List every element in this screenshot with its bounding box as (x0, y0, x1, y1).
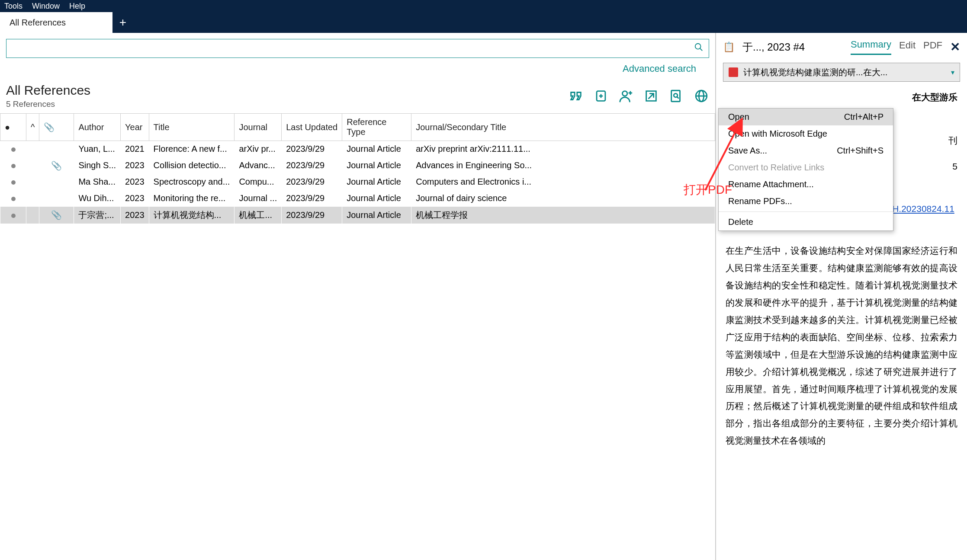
cell-journal: 机械工... (235, 207, 282, 224)
ctx-delete-label: Delete (728, 217, 753, 227)
references-table: ● ^ 📎 Author Year Title Journal Last Upd… (0, 113, 715, 224)
col-attachment[interactable]: 📎 (39, 114, 74, 141)
cell-title: Spectroscopy and... (149, 174, 235, 190)
cell-sort (26, 190, 39, 207)
cell-updated: 2023/9/29 (282, 141, 342, 157)
col-journal-secondary[interactable]: Journal/Secondary Title (411, 114, 715, 141)
cell-updated: 2023/9/29 (282, 174, 342, 190)
pdf-icon (729, 67, 738, 77)
clipboard-icon[interactable]: 📋 (723, 42, 735, 53)
ctx-rename-att-label: Rename Attachment... (728, 179, 814, 189)
cell-title: Florence: A new f... (149, 141, 235, 157)
ctx-rename-pdfs[interactable]: Rename PDFs... (719, 193, 893, 210)
cite-icon[interactable] (568, 88, 584, 104)
menu-bar: Tools Window Help (0, 0, 967, 12)
ctx-save-as-label: Save As... (728, 146, 767, 156)
cell-jst: arXiv preprint arXiv:2111.11... (411, 141, 715, 157)
detail-header-title: 于..., 2023 #4 (742, 40, 843, 54)
cell-journal: Advanc... (235, 157, 282, 174)
cell-title: Monitoring the re... (149, 190, 235, 207)
search-input[interactable] (12, 44, 694, 53)
cell-year: 2023 (121, 157, 149, 174)
ctx-save-as[interactable]: Save As... Ctrl+Shift+S (719, 142, 893, 159)
cell-jst: Journal of dairy science (411, 190, 715, 207)
col-title[interactable]: Title (149, 114, 235, 141)
cell-sort (26, 157, 39, 174)
cell-year: 2023 (121, 190, 149, 207)
table-row[interactable]: Ma Sha...2023Spectroscopy and...Compu...… (0, 174, 715, 190)
share-icon[interactable] (643, 88, 659, 104)
chevron-down-icon: ▾ (951, 68, 954, 77)
ctx-convert-label: Convert to Relative Links (728, 163, 824, 173)
pdf-attachment-dropdown[interactable]: 计算机视觉结构健康监测的研...在大... ▾ (723, 63, 960, 82)
cell-sort (26, 207, 39, 224)
ctx-delete[interactable]: Delete (719, 214, 893, 230)
table-row[interactable]: Yuan, L...2021Florence: A new f...arXiv … (0, 141, 715, 157)
cell-reftype: Journal Article (342, 207, 411, 224)
cell-attachment (39, 174, 74, 190)
col-reftype[interactable]: Reference Type (342, 114, 411, 141)
menu-tools[interactable]: Tools (4, 2, 22, 11)
cell-jst: Advances in Engineering So... (411, 157, 715, 174)
close-icon[interactable]: ✕ (950, 40, 960, 54)
menu-help[interactable]: Help (69, 2, 85, 11)
tab-summary[interactable]: Summary (851, 39, 891, 55)
read-dot (0, 157, 26, 174)
col-year[interactable]: Year (121, 114, 149, 141)
cell-author: Ma Sha... (74, 174, 121, 190)
search-box[interactable] (6, 39, 709, 58)
cell-jst: Computers and Electronics i... (411, 174, 715, 190)
col-author[interactable]: Author (74, 114, 121, 141)
tab-edit[interactable]: Edit (899, 40, 916, 54)
detail-abstract: 在生产生活中，设备设施结构安全对保障国家经济运行和人民日常生活至关重要。结构健康… (726, 242, 957, 449)
cell-reftype: Journal Article (342, 157, 411, 174)
tab-row: All References + (0, 12, 967, 33)
find-fulltext-icon[interactable] (668, 88, 684, 104)
cell-updated: 2023/9/29 (282, 207, 342, 224)
plus-icon: + (119, 16, 126, 29)
cell-journal: Journal ... (235, 190, 282, 207)
cell-author: Wu Dih... (74, 190, 121, 207)
cell-author: 于宗营;... (74, 207, 121, 224)
cell-sort (26, 141, 39, 157)
cell-year: 2023 (121, 207, 149, 224)
add-person-icon[interactable] (618, 88, 634, 104)
tab-add-button[interactable]: + (112, 12, 133, 33)
svg-line-10 (677, 96, 678, 98)
col-read[interactable]: ● (0, 114, 26, 141)
cell-jst: 机械工程学报 (411, 207, 715, 224)
list-count: 5 References (6, 99, 568, 109)
cell-reftype: Journal Article (342, 141, 411, 157)
menu-window[interactable]: Window (32, 2, 60, 11)
ctx-rename-pdf-label: Rename PDFs... (728, 196, 792, 206)
col-journal[interactable]: Journal (235, 114, 282, 141)
table-row[interactable]: 📎Singh S...2023Collision detectio...Adva… (0, 157, 715, 174)
svg-point-5 (623, 91, 627, 96)
search-icon[interactable] (694, 42, 704, 54)
ctx-open[interactable]: Open Ctrl+Alt+P (719, 109, 893, 125)
detail-title-partial: 在大型游乐 (726, 89, 957, 106)
tab-pdf[interactable]: PDF (923, 40, 942, 54)
web-icon[interactable] (694, 88, 709, 104)
cell-reftype: Journal Article (342, 190, 411, 207)
cell-updated: 2023/9/29 (282, 190, 342, 207)
add-reference-icon[interactable] (593, 88, 609, 104)
col-sort[interactable]: ^ (26, 114, 39, 141)
cell-journal: Compu... (235, 174, 282, 190)
ctx-rename-attachment[interactable]: Rename Attachment... (719, 176, 893, 193)
table-row[interactable]: Wu Dih...2023Monitoring the re...Journal… (0, 190, 715, 207)
cell-attachment: 📎 (39, 157, 74, 174)
tab-label: All References (10, 18, 66, 28)
ctx-open-edge[interactable]: Open with Microsoft Edge (719, 125, 893, 142)
ctx-save-as-shortcut: Ctrl+Shift+S (837, 146, 883, 156)
ctx-open-label: Open (728, 112, 749, 122)
cell-author: Yuan, L... (74, 141, 121, 157)
cell-attachment (39, 190, 74, 207)
pdf-filename: 计算机视觉结构健康监测的研...在大... (743, 67, 951, 78)
col-updated[interactable]: Last Updated (282, 114, 342, 141)
advanced-search-link[interactable]: Advanced search (6, 58, 709, 78)
cell-year: 2021 (121, 141, 149, 157)
read-dot (0, 174, 26, 190)
table-row[interactable]: 📎于宗营;...2023计算机视觉结构...机械工...2023/9/29Jou… (0, 207, 715, 224)
tab-all-references[interactable]: All References (0, 12, 112, 33)
